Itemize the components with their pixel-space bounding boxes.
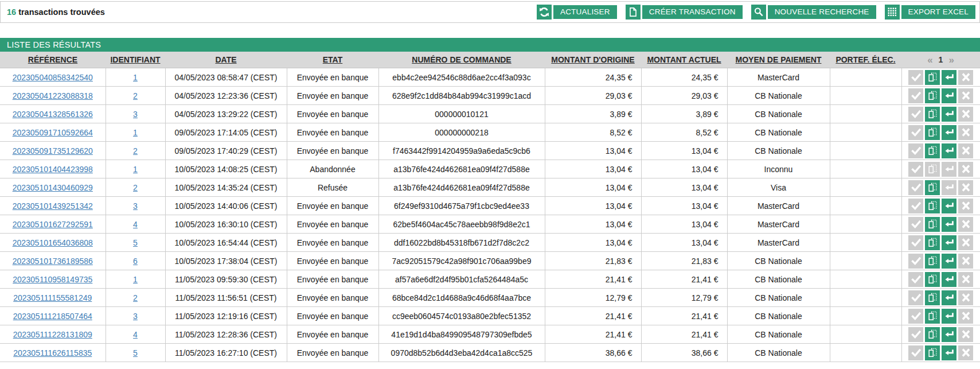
etat-cell: Envoyée en banque: [287, 325, 378, 344]
new-search-button[interactable]: NOUVELLE RECHERCHE: [751, 5, 876, 20]
etat-cell: Envoyée en banque: [287, 270, 378, 289]
reference-link[interactable]: 202305111218507464: [13, 312, 92, 321]
refund-icon[interactable]: [942, 125, 956, 140]
duplicate-icon[interactable]: [925, 345, 940, 360]
column-header-montant-actuel[interactable]: MONTANT ACTUEL: [641, 52, 727, 68]
duplicate-icon[interactable]: [925, 217, 940, 232]
montant-actuel-cell: 13,04 €: [641, 197, 727, 215]
refund-icon[interactable]: [942, 199, 956, 213]
identifiant-link[interactable]: 1: [133, 165, 138, 174]
reference-link[interactable]: 202305111626115835: [13, 348, 92, 358]
search-icon[interactable]: [751, 5, 766, 20]
column-header-etat[interactable]: ETAT: [287, 52, 378, 68]
reference-link[interactable]: 202305110958149735: [13, 275, 92, 284]
validate-icon: [908, 107, 923, 122]
export-excel-button[interactable]: EXPORT EXCEL: [885, 5, 975, 20]
new-search-button-label[interactable]: NOUVELLE RECHERCHE: [768, 5, 876, 19]
identifiant-link[interactable]: 1: [133, 73, 138, 82]
reference-link[interactable]: 202305101736189586: [13, 257, 93, 266]
refund-icon[interactable]: [942, 107, 956, 122]
refund-icon[interactable]: [942, 272, 956, 287]
refund-icon[interactable]: [942, 254, 956, 269]
identifiant-link[interactable]: 5: [133, 348, 138, 358]
identifiant-link[interactable]: 1: [133, 128, 138, 137]
duplicate-icon[interactable]: [925, 309, 940, 324]
new-document-icon[interactable]: [626, 5, 641, 20]
row-actions: [901, 178, 980, 197]
identifiant-link[interactable]: 2: [133, 183, 138, 192]
refund-icon[interactable]: [942, 290, 956, 305]
reference-link[interactable]: 202305091710592664: [13, 128, 93, 137]
identifiant-link[interactable]: 6: [133, 257, 138, 266]
reference-link[interactable]: 202305101654036808: [13, 238, 93, 247]
identifiant-link[interactable]: 2: [133, 91, 138, 100]
refund-icon[interactable]: [942, 88, 956, 103]
reference-link[interactable]: 202305111155581249: [13, 293, 92, 302]
identifiant-link[interactable]: 3: [133, 201, 138, 211]
identifiant-link[interactable]: 4: [133, 330, 138, 339]
refund-icon[interactable]: [942, 235, 956, 250]
refresh-icon[interactable]: [537, 5, 552, 20]
refund-icon[interactable]: [942, 143, 956, 158]
refund-icon[interactable]: [942, 309, 956, 324]
refund-icon[interactable]: [942, 345, 956, 360]
column-header-identifiant[interactable]: IDENTIFIANT: [106, 52, 165, 68]
duplicate-icon[interactable]: [925, 70, 940, 85]
reference-link[interactable]: 202305041328561326: [13, 110, 93, 119]
refund-icon[interactable]: [942, 70, 956, 85]
reference-link[interactable]: 202305101430460929: [13, 183, 93, 192]
identifiant-cell: 3: [106, 197, 165, 215]
pagination-next-icon[interactable]: »: [948, 55, 954, 65]
duplicate-icon[interactable]: [925, 107, 940, 122]
reference-link[interactable]: 202305101627292591: [13, 220, 93, 229]
column-header-date[interactable]: DATE: [165, 52, 287, 68]
row-actions: [901, 68, 980, 87]
moyen-paiement-cell: CB Nationale: [727, 325, 830, 344]
identifiant-link[interactable]: 1: [133, 275, 138, 284]
column-header-montant-origine[interactable]: MONTANT D'ORIGINE: [545, 52, 641, 68]
duplicate-icon[interactable]: [925, 235, 940, 250]
duplicate-icon[interactable]: [925, 254, 940, 269]
export-excel-button-label[interactable]: EXPORT EXCEL: [901, 5, 975, 19]
column-header-numero-commande[interactable]: NUMÉRO DE COMMANDE: [378, 52, 545, 68]
create-transaction-button[interactable]: CRÉER TRANSACTION: [626, 5, 743, 20]
refresh-button-label[interactable]: ACTUALISER: [553, 5, 617, 19]
duplicate-icon[interactable]: [925, 180, 940, 195]
reference-link[interactable]: 202305101439251342: [13, 201, 93, 211]
identifiant-link[interactable]: 2: [133, 293, 138, 302]
pagination-prev-icon[interactable]: «: [927, 55, 932, 65]
duplicate-icon[interactable]: [925, 199, 940, 213]
column-header-reference[interactable]: RÉFÉRENCE: [0, 52, 106, 68]
refresh-button[interactable]: ACTUALISER: [537, 5, 617, 20]
duplicate-icon[interactable]: [925, 290, 940, 305]
montant-actuel-cell: 21,41 €: [641, 325, 727, 344]
duplicate-icon[interactable]: [925, 125, 940, 140]
identifiant-cell: 2: [106, 289, 165, 307]
create-transaction-button-label[interactable]: CRÉER TRANSACTION: [642, 5, 743, 19]
moyen-paiement-cell: CB Nationale: [727, 252, 830, 270]
duplicate-icon[interactable]: [925, 327, 940, 342]
date-cell: 10/05/2023 14:40:06 (CEST): [165, 197, 287, 215]
identifiant-link[interactable]: 5: [133, 238, 138, 247]
reference-link[interactable]: 202305041223088318: [13, 91, 93, 100]
duplicate-icon[interactable]: [925, 88, 940, 103]
reference-link[interactable]: 202305040858342540: [13, 73, 93, 82]
reference-link[interactable]: 202305091735129620: [13, 146, 93, 156]
date-cell: 09/05/2023 17:14:05 (CEST): [165, 123, 287, 142]
duplicate-icon[interactable]: [925, 272, 940, 287]
column-header-moyen-paiement[interactable]: MOYEN DE PAIEMENT: [727, 52, 830, 68]
identifiant-link[interactable]: 3: [133, 110, 138, 119]
validate-icon: [908, 290, 923, 305]
duplicate-icon[interactable]: [925, 143, 940, 158]
reference-link[interactable]: 202305101404423998: [13, 165, 93, 174]
column-header-portef-elec[interactable]: PORTEF. ÉLEC.: [830, 52, 901, 68]
cancel-icon: [958, 327, 973, 342]
identifiant-link[interactable]: 4: [133, 220, 138, 229]
identifiant-link[interactable]: 2: [133, 146, 138, 156]
excel-grid-icon[interactable]: [885, 5, 900, 20]
refund-icon[interactable]: [942, 327, 956, 342]
commande-cell: f7463442f9914204959a9a6eda5c9cb6: [378, 142, 545, 160]
refund-icon[interactable]: [942, 217, 956, 232]
identifiant-link[interactable]: 3: [133, 312, 138, 321]
reference-link[interactable]: 202305111228131809: [13, 330, 92, 339]
